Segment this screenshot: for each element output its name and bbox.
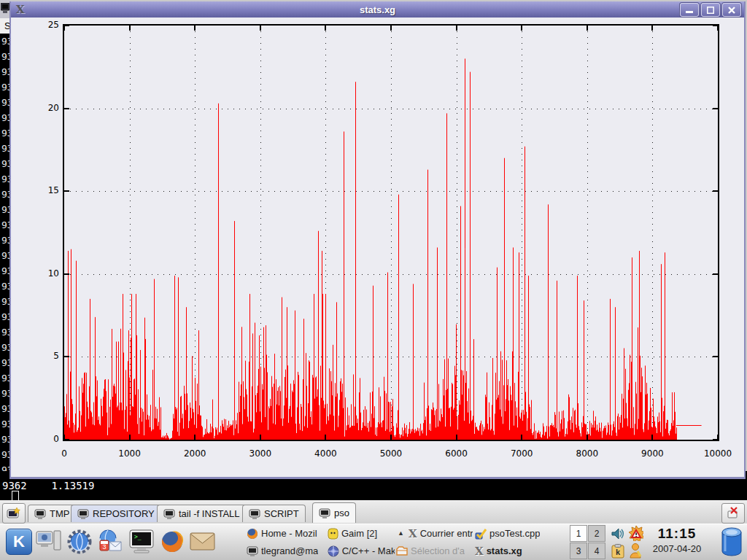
firefox-icon — [159, 529, 185, 555]
y-tick-label: 10 — [26, 268, 59, 279]
pager-desktop-3[interactable]: 3 — [570, 542, 587, 559]
task-label: Courrier entr — [420, 528, 473, 539]
volume-tray-icon[interactable] — [610, 526, 626, 542]
taskbar-home-mozilla[interactable]: Home - Mozil — [247, 525, 325, 542]
svg-text:>_: >_ — [134, 534, 142, 540]
tab-repository[interactable]: REPOSITORY — [71, 505, 161, 522]
close-session-icon — [727, 507, 740, 520]
taskbar-stats-xg[interactable]: X stats.xg — [475, 542, 567, 559]
new-tab-button[interactable] — [2, 503, 26, 524]
kde-panel: K 3 >_ — [0, 524, 747, 560]
tab-script[interactable]: SCRIPT — [242, 505, 306, 522]
taskbar-gaim[interactable]: Gaim [2] — [328, 525, 395, 542]
tab-label: tail -f INSTALL — [179, 508, 240, 519]
y-tick-label: 15 — [26, 185, 59, 195]
tab-tmp[interactable]: TMP — [28, 505, 76, 522]
source-file-mini-icon — [475, 528, 487, 540]
terminal-mini-icon — [247, 546, 258, 556]
tab-label: TMP — [50, 508, 69, 519]
tab-label: REPOSITORY — [93, 508, 155, 519]
y-tick-label: 5 — [26, 351, 59, 361]
k-menu-button[interactable]: K — [4, 527, 34, 556]
clock-time: 11:15 — [640, 526, 713, 542]
x-tick-label: 1000 — [104, 448, 155, 459]
stats-window-titlebar[interactable]: X stats.xg — [11, 1, 744, 18]
clock-date: 2007-04-20 — [640, 543, 713, 554]
konsole-launcher[interactable]: >_ — [127, 527, 156, 556]
task-label: Home - Mozil — [261, 528, 317, 539]
panel-clock[interactable]: 11:15 2007-04-20 — [640, 526, 713, 554]
taskbar-overflow-arrow[interactable]: ▲ — [398, 529, 404, 537]
task-label: stats.xg — [487, 545, 522, 556]
tab-pso[interactable]: pso — [312, 502, 356, 523]
kdevelop-mini-icon — [328, 545, 339, 557]
x-app-mini-icon: X — [409, 527, 417, 540]
x-tick-label: 5000 — [365, 448, 417, 459]
svg-text:3: 3 — [102, 543, 106, 551]
klipper-tray-icon[interactable]: k — [610, 543, 626, 559]
terminal-last-line: 9362 1.13519 — [2, 480, 94, 491]
taskbar-psotest-cpp[interactable]: psoTest.cpp — [475, 525, 567, 542]
plot-frame — [63, 24, 719, 441]
taskbar-kdevelop[interactable]: C/C++ - Mak — [328, 542, 395, 559]
pager-desktop-1[interactable]: 1 — [570, 525, 587, 542]
k-menu-icon: K — [6, 529, 32, 555]
terminal-icon — [34, 509, 46, 519]
konqueror-icon — [66, 529, 93, 555]
system-icon — [36, 529, 62, 554]
window-title: stats.xg — [11, 4, 744, 15]
konsole-tabbar: TMP REPOSITORY tail -f INSTALL SCRIPT ps… — [0, 500, 747, 524]
close-button[interactable] — [722, 3, 741, 17]
blue-cylinder-icon — [719, 526, 744, 559]
konsole-icon: >_ — [128, 529, 155, 555]
taskbar-tlegrand-terminal[interactable]: tlegrand@ma — [247, 542, 325, 559]
y-tick-label: 20 — [26, 103, 59, 113]
device-applet[interactable] — [719, 526, 744, 560]
task-label: Gaim [2] — [341, 528, 377, 539]
gaim-mini-icon — [328, 528, 338, 540]
x-tick-label: 0 — [39, 448, 90, 459]
terminal-icon — [249, 509, 260, 519]
folder-mini-icon — [396, 545, 408, 556]
konqueror-launcher[interactable] — [65, 527, 94, 556]
kontact-launcher[interactable]: 3 — [96, 527, 125, 556]
x-tick-label: 10000 — [692, 448, 743, 459]
x-app-mini-icon: X — [475, 545, 484, 558]
x-tick-label: 8000 — [562, 448, 613, 459]
kmail-icon — [190, 532, 216, 552]
taskbar-courrier[interactable]: X Courrier entr — [409, 525, 473, 542]
tab-label: pso — [334, 508, 349, 518]
task-label: Sélection d'a — [411, 545, 465, 556]
y-tick-label: 25 — [26, 20, 59, 30]
tab-label: SCRIPT — [264, 508, 299, 519]
task-label: C/C++ - Mak — [342, 545, 395, 556]
system-launcher[interactable] — [34, 527, 63, 556]
terminal-icon — [77, 509, 89, 519]
y-tick-label: 0 — [26, 434, 59, 444]
terminal-icon — [163, 509, 175, 519]
x-tick-label: 2000 — [169, 448, 220, 459]
firefox-mini-icon — [247, 528, 258, 540]
minimize-button[interactable] — [680, 3, 699, 17]
x-tick-label: 7000 — [496, 448, 547, 459]
stats-window: X stats.xg 0510152025 010002000300040005… — [9, 1, 746, 479]
pager-desktop-2[interactable]: 2 — [588, 525, 605, 542]
kmail-launcher[interactable] — [188, 527, 217, 556]
terminal-cursor — [12, 491, 19, 501]
task-label: psoTest.cpp — [489, 528, 540, 539]
plot-canvas[interactable] — [64, 26, 718, 440]
maximize-button[interactable] — [701, 3, 720, 17]
new-session-icon — [7, 507, 21, 520]
close-session-button[interactable] — [721, 503, 745, 524]
taskbar-selection[interactable]: Sélection d'a — [396, 542, 473, 559]
x-tick-label: 4000 — [300, 448, 351, 459]
terminal-icon — [319, 508, 330, 518]
x-tick-label: 3000 — [235, 448, 286, 459]
kontact-icon: 3 — [97, 529, 123, 555]
x-tick-label: 9000 — [627, 448, 678, 459]
task-label: tlegrand@ma — [261, 545, 318, 556]
x-tick-label: 6000 — [431, 448, 482, 459]
pager-desktop-4[interactable]: 4 — [588, 542, 605, 559]
firefox-launcher[interactable] — [158, 527, 187, 556]
tab-tail-install[interactable]: tail -f INSTALL — [157, 505, 247, 522]
